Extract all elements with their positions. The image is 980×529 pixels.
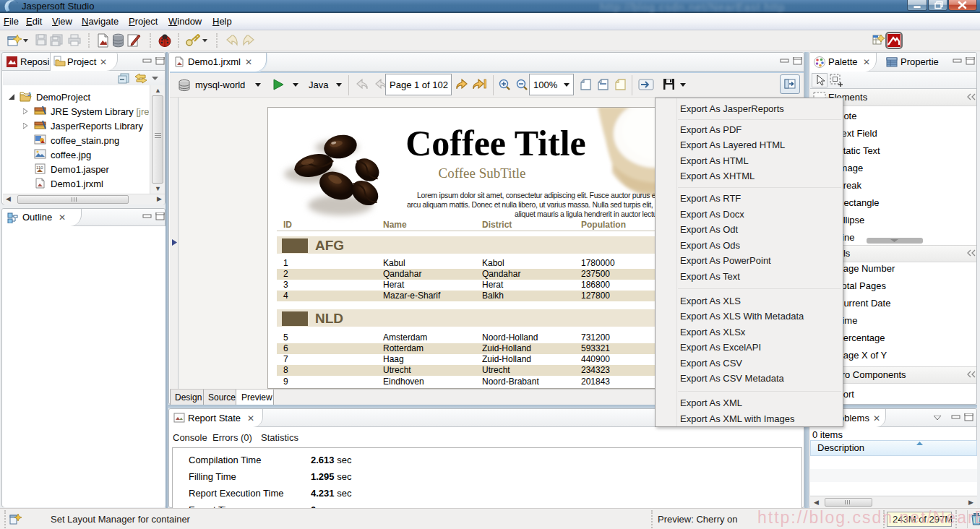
svg-text:110: 110 xyxy=(36,165,43,170)
svg-text:J: J xyxy=(27,91,30,98)
